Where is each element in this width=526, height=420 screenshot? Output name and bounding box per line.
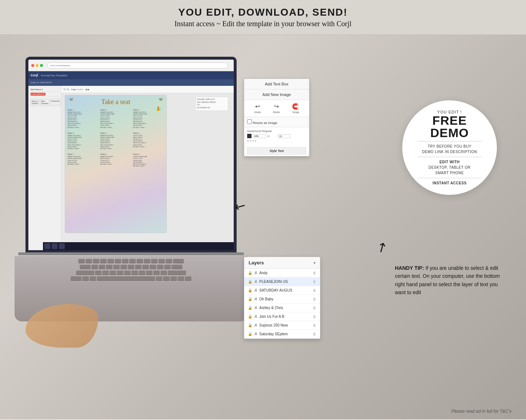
key: [107, 259, 114, 263]
editor-area: field Name 1 ● INCOMPLETE Save to Origin…: [28, 86, 234, 244]
panel-item-incomplete: ● INCOMPLETE: [30, 92, 59, 97]
layer-delete-icon[interactable]: 🗑: [313, 288, 316, 292]
taskbar-icon-1: [44, 243, 50, 249]
demo-divider-1: [418, 141, 482, 141]
key: [124, 271, 131, 275]
key-space: [97, 276, 155, 281]
key-opt-right: [163, 276, 170, 281]
layer-item-saturday-septem[interactable]: 🔒 A Saturday SEptem 🗑: [244, 330, 320, 339]
layer-delete-icon[interactable]: 🗑: [313, 297, 316, 301]
redo-button[interactable]: ↪ Redo: [273, 103, 280, 114]
key-cmd-right: [156, 276, 162, 281]
save-changes-btn[interactable]: Save Changes: [40, 99, 49, 105]
layer-name-ashley-chris: Ashley & Chris: [259, 306, 311, 310]
layer-delete-icon[interactable]: 🗑: [313, 315, 316, 319]
browser-chrome: corjl.com/templates: [28, 60, 234, 71]
width-label: W: [267, 135, 276, 137]
browser-url-bar[interactable]: corjl.com/templates: [47, 63, 228, 68]
key: [102, 271, 109, 275]
key: [144, 259, 150, 263]
layer-item-supinos[interactable]: 🔒 A Supinos 250 New 🗑: [244, 321, 320, 330]
corjl-subheader: Order Id: 1500758194: [28, 79, 234, 86]
width-input[interactable]: [278, 134, 290, 138]
undo-button[interactable]: ↩ Undo: [254, 103, 261, 114]
layer-lock-icon: 🔒: [248, 288, 252, 292]
key: [99, 265, 105, 269]
layer-delete-icon[interactable]: 🗑: [313, 280, 316, 284]
keyboard-row-2: [80, 265, 182, 269]
layer-delete-icon[interactable]: 🗑: [313, 306, 316, 310]
table-8-names: SAMANTHA JONESJASON SMITHJOHNETTE TITALI…: [100, 156, 131, 165]
browser-maximize-dot: [40, 64, 43, 67]
table-7-names: SAMANTHA JONESCARRIE BRADSHAWJOHN PITTEN…: [67, 156, 99, 165]
table-4-header: Table 4: [67, 132, 99, 134]
layer-type-a: A: [254, 323, 257, 327]
style-text-button[interactable]: Style Text: [247, 147, 306, 155]
browser-close-dot: [31, 64, 34, 67]
demo-free: FREE: [432, 114, 467, 127]
seating-chart-title: Take a seat: [65, 98, 166, 106]
redo-label: Redo: [273, 111, 280, 114]
butterfly-decoration-right: 🦋: [158, 97, 163, 101]
layer-item-join-us[interactable]: 🔒 A Join Us For A B 🗑: [244, 312, 320, 321]
demo-instant-access: INSTANT ACCESS: [432, 180, 467, 186]
font-selector[interactable]: Garamond Regular: [247, 129, 306, 133]
key-caps: [76, 271, 94, 275]
resize-image-text: Resize as Image: [253, 121, 277, 125]
keyboard-row-3: [76, 271, 186, 275]
table-2-names: SAMANTHA JONESCARRIE BRADSHAWJOHN PITTEN…: [100, 111, 131, 128]
height-input[interactable]: [253, 134, 266, 138]
snap-icon: 🧲: [292, 103, 299, 110]
color-swatch[interactable]: [247, 134, 252, 138]
layers-panel: Layers ▾ 🔒 A Andy 🗑 🔒 A PLEASEJOIN US 🗑 …: [244, 257, 320, 339]
layer-delete-icon[interactable]: 🗑: [313, 323, 316, 327]
layer-item-andy[interactable]: 🔒 A Andy 🗑: [244, 269, 320, 277]
key: [128, 265, 134, 269]
editor-panel: Add Text Box Add New Image ↩ Undo ↪ Redo…: [244, 79, 309, 156]
snap-button[interactable]: 🧲 Snap: [292, 103, 299, 114]
layer-delete-icon[interactable]: 🗑: [313, 332, 316, 336]
table-7-header: Table 7: [67, 153, 99, 155]
key: [93, 259, 99, 263]
download-btn[interactable]: Download: [50, 99, 60, 105]
keyboard-row-space: [71, 276, 191, 281]
panel-icon-row: ↩ Undo ↪ Redo 🧲 Snap: [244, 100, 309, 117]
fairy-icon: 🧚: [155, 106, 162, 113]
table-1-header: Table 1: [67, 109, 99, 111]
panel-item-actions[interactable]: Save to Original Save Changes Download: [30, 98, 59, 107]
layer-name-andy: Andy: [259, 271, 311, 275]
save-to-original-btn[interactable]: Save to Original: [31, 99, 39, 105]
snap-label: Snap: [292, 111, 299, 114]
layers-chevron[interactable]: ▾: [313, 260, 316, 265]
canvas-area: 🔍 🔍 Page: 1 of 1 ◀ ▶ 🦋 🦋 Take a seat 🧚: [61, 86, 234, 244]
table-9-names: CARRIE BRADSHAWJOHN PITTENCADA JONESTALI…: [133, 156, 164, 167]
resize-image-checkbox[interactable]: [247, 119, 252, 124]
layer-name-saturday-septem: Saturday SEptem: [259, 332, 311, 336]
butterfly-decoration-left: 🦋: [69, 97, 73, 101]
key: [157, 265, 163, 269]
key: [91, 265, 98, 269]
key: [151, 259, 158, 263]
layer-delete-icon[interactable]: 🗑: [313, 271, 316, 275]
redo-icon: ↪: [274, 103, 279, 110]
add-text-box-button[interactable]: Add Text Box: [244, 79, 309, 89]
key: [139, 271, 145, 275]
main-area: corjl.com/templates Corjl NoorayParty Te…: [0, 35, 526, 419]
layer-type-a: A: [254, 332, 257, 336]
key: [100, 259, 107, 263]
add-new-image-button[interactable]: Add New Image: [244, 89, 309, 100]
incomplete-badge: ● INCOMPLETE: [31, 93, 46, 96]
layer-item-oh-baby[interactable]: 🔒 A Oh Baby 🗑: [244, 295, 320, 304]
laptop-screen: corjl.com/templates Corjl NoorayParty Te…: [25, 57, 237, 253]
layer-item-ashley-chris[interactable]: 🔒 A Ashley & Chris 🗑: [244, 304, 320, 312]
layer-item-saturday[interactable]: 🔒 A SATURDAY AUGUS 🗑: [244, 286, 320, 295]
tables-grid-2: Table 4 SAMANTHA JONESCARRIE BRADSHAWJOH…: [65, 131, 166, 151]
key: [137, 259, 143, 263]
layer-item-pleasejoin[interactable]: 🔒 A PLEASEJOIN US 🗑: [244, 277, 320, 286]
layer-name-oh-baby: Oh Baby: [259, 297, 311, 301]
table-8-header: Table 8: [100, 153, 131, 155]
key-right: [185, 276, 191, 281]
footer-note: Please read ad in full for T&C's: [451, 409, 511, 414]
demo-circle: YOU EDIT ! FREE DEMO TRY BEFORE YOU BUY …: [402, 100, 497, 195]
table-col-2: Table 2 SAMANTHA JONESCARRIE BRADSHAWJOH…: [100, 109, 131, 128]
